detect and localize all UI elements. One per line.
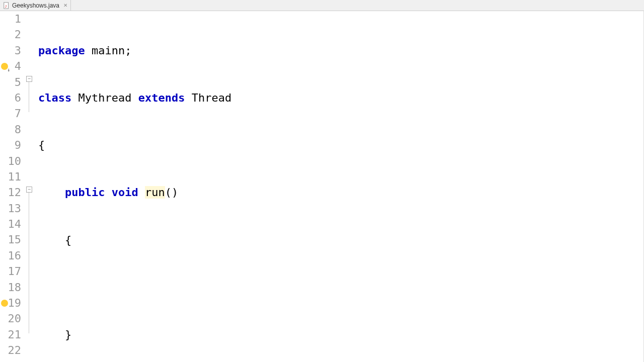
line-number: 22 bbox=[0, 342, 21, 358]
line-number: 15 bbox=[0, 232, 21, 247]
fold-column: − − bbox=[25, 11, 34, 362]
svg-text:J: J bbox=[5, 4, 7, 8]
line-number: 2 bbox=[0, 27, 21, 42]
line-number: 17 bbox=[0, 263, 21, 279]
line-number: 7 bbox=[0, 106, 21, 121]
line-number: 6 bbox=[0, 90, 21, 106]
tab-bar: J Geekyshows.java ✕ bbox=[0, 0, 644, 11]
line-number: 13 bbox=[0, 201, 21, 216]
fold-toggle[interactable]: − bbox=[26, 76, 32, 82]
intention-bulb-icon[interactable] bbox=[1, 300, 8, 307]
line-number: 12 bbox=[0, 185, 21, 200]
file-tab[interactable]: J Geekyshows.java ✕ bbox=[0, 0, 71, 11]
line-number: 18 bbox=[0, 280, 21, 295]
line-number: 8 bbox=[0, 122, 21, 137]
line-number: 5 bbox=[0, 74, 21, 90]
line-gutter: 1 2 3 4 5 6 7 8 9 10 11 12 13 14 15 16 1… bbox=[0, 11, 25, 362]
line-number: 11 bbox=[0, 169, 21, 185]
line-number: 14 bbox=[0, 216, 21, 232]
line-number: 21 bbox=[0, 327, 21, 342]
line-number: 20 bbox=[0, 311, 21, 326]
editor: 1 2 3 4 5 6 7 8 9 10 11 12 13 14 15 16 1… bbox=[0, 11, 644, 362]
line-number: 16 bbox=[0, 248, 21, 263]
java-file-icon: J bbox=[3, 2, 10, 9]
close-icon[interactable]: ✕ bbox=[63, 3, 67, 8]
code-area[interactable]: package mainn; class Mythread extends Th… bbox=[34, 11, 644, 362]
line-number: 9 bbox=[0, 137, 21, 153]
fold-toggle[interactable]: − bbox=[26, 187, 32, 193]
line-number: 10 bbox=[0, 153, 21, 169]
line-number: 1 bbox=[0, 11, 21, 27]
line-number: 19 bbox=[0, 295, 21, 311]
line-number: 4 bbox=[0, 58, 21, 74]
line-number: 3 bbox=[0, 43, 21, 58]
tab-label: Geekyshows.java bbox=[12, 2, 59, 9]
override-bulb-icon[interactable] bbox=[1, 63, 8, 70]
